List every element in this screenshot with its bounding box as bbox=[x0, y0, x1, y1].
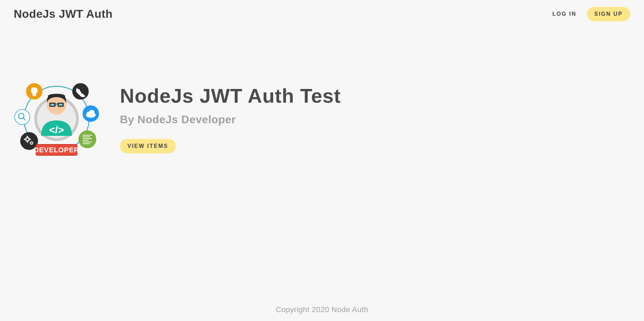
hero-text: NodeJs JWT Auth Test By NodeJs Developer… bbox=[120, 84, 341, 153]
login-link[interactable]: LOG IN bbox=[553, 11, 577, 17]
svg-text:</>: </> bbox=[49, 124, 64, 136]
svg-rect-14 bbox=[27, 136, 28, 137]
svg-rect-17 bbox=[29, 139, 31, 140]
svg-point-20 bbox=[78, 130, 96, 148]
svg-point-10 bbox=[89, 110, 95, 115]
header: NodeJs JWT Auth LOG IN SIGN UP bbox=[0, 0, 644, 28]
svg-point-4 bbox=[15, 110, 30, 125]
hero-title: NodeJs JWT Auth Test bbox=[120, 84, 341, 107]
hero-button-wrap: VIEW ITEMS bbox=[120, 139, 341, 153]
svg-rect-33 bbox=[50, 104, 54, 106]
svg-rect-2 bbox=[33, 95, 36, 96]
svg-point-19 bbox=[31, 142, 32, 144]
site-logo[interactable]: NodeJs JWT Auth bbox=[14, 8, 113, 21]
hero-subtitle: By NodeJs Developer bbox=[120, 113, 341, 126]
developer-badge-text: DEVELOPER bbox=[34, 146, 79, 154]
view-items-button[interactable]: VIEW ITEMS bbox=[120, 139, 176, 153]
hero-section: </> DEVELOPER NodeJs JWT bbox=[14, 76, 630, 162]
svg-point-13 bbox=[26, 138, 28, 140]
signup-button[interactable]: SIGN UP bbox=[587, 7, 630, 21]
svg-rect-16 bbox=[24, 139, 25, 140]
developer-illustration: </> DEVELOPER bbox=[14, 76, 99, 162]
svg-rect-15 bbox=[27, 141, 28, 143]
main-content: </> DEVELOPER NodeJs JWT bbox=[0, 28, 644, 298]
svg-rect-34 bbox=[59, 104, 63, 106]
nav-right: LOG IN SIGN UP bbox=[553, 7, 630, 21]
footer: Copyright 2020 Node Auth bbox=[0, 298, 644, 321]
copyright-text: Copyright 2020 Node Auth bbox=[276, 305, 368, 314]
